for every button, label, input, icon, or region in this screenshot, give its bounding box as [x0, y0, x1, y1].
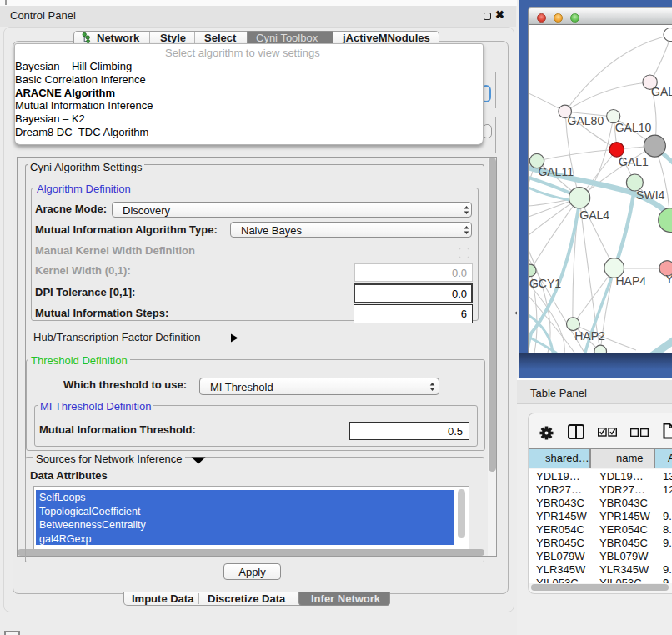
svg-text:GAL11: GAL11	[538, 165, 574, 178]
svg-text:GCY1: GCY1	[529, 277, 561, 290]
svg-text:GAL10: GAL10	[615, 121, 652, 134]
svg-text:GAL4: GAL4	[579, 208, 609, 222]
svg-text:YJ: YJ	[665, 272, 672, 286]
svg-text:HAP2: HAP2	[574, 329, 605, 342]
svg-text:GAL80: GAL80	[568, 114, 604, 128]
svg-text:SWI4: SWI4	[636, 188, 664, 202]
svg-text:HAP4: HAP4	[616, 274, 647, 288]
svg-text:GAL1: GAL1	[619, 155, 649, 168]
svg-text:GAL2: GAL2	[651, 85, 672, 98]
